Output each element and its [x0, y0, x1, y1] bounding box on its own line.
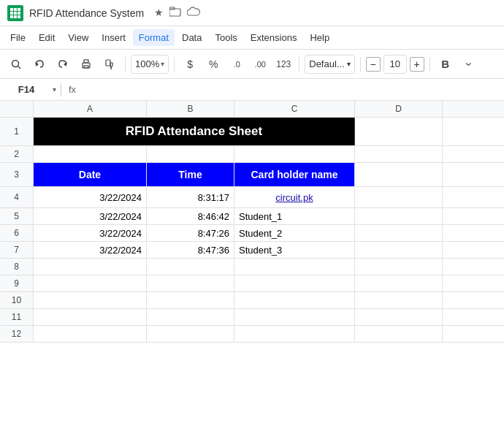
format-paint-button[interactable]: [99, 54, 120, 75]
cell-4a[interactable]: 3/22/2024: [34, 187, 147, 207]
search-button[interactable]: [6, 54, 26, 75]
cell-12c[interactable]: [234, 326, 355, 342]
menu-help[interactable]: Help: [304, 29, 335, 46]
menu-format[interactable]: Format: [133, 29, 175, 46]
menu-edit[interactable]: Edit: [33, 29, 61, 46]
menu-file[interactable]: File: [4, 29, 31, 46]
cell-ref-arrow[interactable]: ▾: [53, 85, 56, 93]
sheet-container: A B C D 1 RFID Attendance Sheet 2 3 Date…: [0, 101, 504, 343]
time-column-header[interactable]: Time: [147, 163, 234, 186]
cell-5c[interactable]: Student_1: [234, 208, 355, 224]
cell-9a[interactable]: [34, 275, 147, 291]
col-header-c[interactable]: C: [234, 101, 355, 117]
menu-data[interactable]: Data: [176, 29, 207, 46]
number-format-button[interactable]: 123: [273, 54, 294, 75]
toolbar: 100% ▾ $ % .0 .00 123 Defaul... ▾ − 10 +…: [0, 50, 504, 79]
svg-point-2: [12, 60, 19, 66]
cell-11c[interactable]: [234, 309, 355, 325]
cell-6d[interactable]: [355, 225, 443, 241]
menu-tools[interactable]: Tools: [209, 29, 243, 46]
cell-12b[interactable]: [147, 326, 234, 342]
cell-4b[interactable]: 8:31:17: [147, 187, 234, 207]
col-header-b[interactable]: B: [147, 101, 234, 117]
cell-3d[interactable]: [355, 163, 443, 186]
table-row: 8: [0, 259, 504, 275]
cell-7b[interactable]: 8:47:36: [147, 242, 234, 258]
zoom-value: 100%: [135, 58, 159, 69]
app-title: RFID Attendance System: [29, 7, 144, 19]
cell-8c[interactable]: [234, 259, 355, 275]
cell-11d[interactable]: [355, 309, 443, 325]
cell-11b[interactable]: [147, 309, 234, 325]
cell-10b[interactable]: [147, 292, 234, 308]
cell-2a[interactable]: [34, 146, 147, 162]
bold-button[interactable]: B: [435, 54, 456, 75]
cardholder-column-header[interactable]: Card holder name: [234, 163, 355, 186]
col-header-a[interactable]: A: [34, 101, 147, 117]
cell-7c[interactable]: Student_3: [234, 242, 355, 258]
font-size-decrease-button[interactable]: −: [366, 57, 381, 72]
cell-8d[interactable]: [355, 259, 443, 275]
cell-6a[interactable]: 3/22/2024: [34, 225, 147, 241]
cell-9d[interactable]: [355, 275, 443, 291]
cell-4d[interactable]: [355, 187, 443, 207]
cell-12d[interactable]: [355, 326, 443, 342]
row-num-8: 8: [0, 259, 34, 275]
currency-button[interactable]: $: [180, 54, 200, 75]
cell-reference[interactable]: F14: [4, 84, 48, 95]
spreadsheet-title-cell[interactable]: RFID Attendance Sheet: [34, 118, 355, 145]
cell-4c[interactable]: circuit.pk: [234, 187, 355, 207]
cell-12a[interactable]: [34, 326, 147, 342]
cell-10c[interactable]: [234, 292, 355, 308]
cell-2d[interactable]: [355, 146, 443, 162]
formula-divider: [61, 83, 61, 96]
percent-button[interactable]: %: [203, 54, 224, 75]
zoom-arrow: ▾: [161, 60, 164, 68]
svg-marker-5: [64, 62, 66, 66]
decimal-up-button[interactable]: .00: [250, 54, 270, 75]
title-bar: RFID Attendance System ★: [0, 0, 504, 26]
divider-1: [125, 57, 126, 72]
star-icon[interactable]: ★: [154, 7, 164, 19]
cell-2c[interactable]: [234, 146, 355, 162]
date-column-header[interactable]: Date: [34, 163, 147, 186]
more-button[interactable]: ›: [459, 54, 479, 75]
font-size-input[interactable]: 10: [383, 55, 407, 74]
menu-extensions[interactable]: Extensions: [245, 29, 303, 46]
menu-view[interactable]: View: [62, 29, 94, 46]
cell-7d[interactable]: [355, 242, 443, 258]
cell-6b[interactable]: 8:47:26: [147, 225, 234, 241]
font-select[interactable]: Defaul... ▾: [305, 55, 354, 74]
row-num-5: 5: [0, 208, 34, 224]
cell-5d[interactable]: [355, 208, 443, 224]
cell-2b[interactable]: [147, 146, 234, 162]
cloud-icon: [187, 7, 200, 19]
cell-5b[interactable]: 8:46:42: [147, 208, 234, 224]
cell-10d[interactable]: [355, 292, 443, 308]
print-button[interactable]: [76, 54, 96, 75]
table-row: 9: [0, 275, 504, 292]
cell-5a[interactable]: 3/22/2024: [34, 208, 147, 224]
cell-1d[interactable]: [355, 118, 443, 145]
cell-6c[interactable]: Student_2: [234, 225, 355, 241]
redo-button[interactable]: [53, 54, 73, 75]
row-num-6: 6: [0, 225, 34, 241]
svg-rect-8: [84, 66, 88, 68]
cell-10a[interactable]: [34, 292, 147, 308]
cell-9c[interactable]: [234, 275, 355, 291]
cell-7a[interactable]: 3/22/2024: [34, 242, 147, 258]
cell-8b[interactable]: [147, 259, 234, 275]
cell-9b[interactable]: [147, 275, 234, 291]
menu-insert[interactable]: Insert: [96, 29, 131, 46]
cell-11a[interactable]: [34, 309, 147, 325]
font-size-increase-button[interactable]: +: [410, 57, 424, 72]
cell-8a[interactable]: [34, 259, 147, 275]
table-row: 11: [0, 309, 504, 326]
col-header-d[interactable]: D: [355, 101, 443, 117]
table-row: 1 RFID Attendance Sheet: [0, 118, 504, 146]
zoom-control[interactable]: 100% ▾: [131, 55, 169, 74]
undo-button[interactable]: [29, 54, 50, 75]
fx-icon: fx: [66, 84, 79, 95]
table-row: 12: [0, 326, 504, 343]
decimal-down-button[interactable]: .0: [226, 54, 247, 75]
